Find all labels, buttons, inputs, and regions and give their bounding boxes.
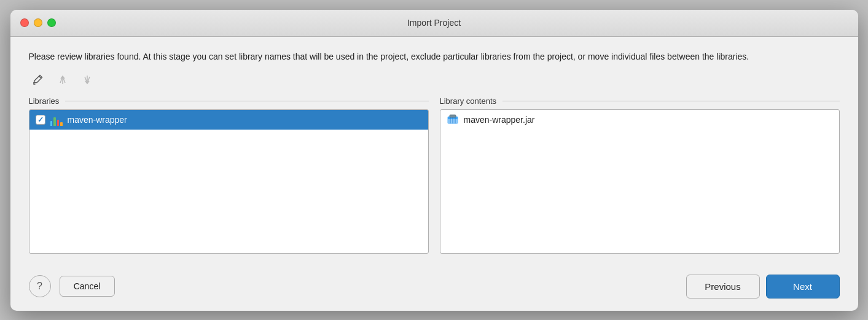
contents-list[interactable]: maven-wrapper.jar	[440, 109, 840, 254]
cancel-button[interactable]: Cancel	[60, 276, 115, 297]
next-button[interactable]: Next	[766, 275, 840, 299]
footer-left: ? Cancel	[29, 275, 115, 297]
move-down-button[interactable]	[78, 72, 96, 88]
dialog-content: Please review libraries found. At this s…	[10, 37, 858, 266]
libraries-list[interactable]: ✓ maven-wrapper	[29, 109, 429, 254]
toolbar	[29, 72, 840, 88]
libraries-panel: Libraries ✓	[29, 96, 429, 254]
title-bar: Import Project	[10, 10, 858, 37]
content-item-jar[interactable]: maven-wrapper.jar	[440, 110, 839, 130]
footer-right: Previous Next	[686, 275, 840, 299]
minimize-button[interactable]	[34, 18, 42, 27]
libraries-label: Libraries	[29, 96, 60, 106]
library-name: maven-wrapper	[68, 115, 127, 125]
jar-file-icon	[447, 114, 459, 126]
libraries-divider	[65, 101, 428, 101]
footer: ? Cancel Previous Next	[10, 266, 858, 311]
move-down-icon	[82, 74, 93, 85]
move-up-button[interactable]	[53, 72, 72, 88]
svg-rect-5	[450, 115, 456, 117]
edit-icon	[33, 74, 44, 85]
library-bar-icon	[50, 114, 63, 126]
library-item-maven-wrapper[interactable]: ✓ maven-wrapper	[29, 110, 428, 130]
library-contents-panel: Library contents	[440, 96, 840, 254]
maximize-button[interactable]	[47, 18, 56, 27]
import-project-dialog: Import Project Please review libraries f…	[10, 10, 858, 311]
traffic-lights	[20, 18, 56, 27]
help-button[interactable]: ?	[29, 275, 51, 297]
checkmark-icon: ✓	[37, 115, 44, 124]
content-file-name: maven-wrapper.jar	[464, 115, 535, 125]
description-text: Please review libraries found. At this s…	[29, 50, 840, 63]
dialog-title: Import Project	[407, 18, 461, 28]
contents-label: Library contents	[440, 96, 497, 106]
previous-button[interactable]: Previous	[686, 275, 760, 299]
library-checkbox[interactable]: ✓	[36, 115, 45, 125]
close-button[interactable]	[20, 18, 29, 27]
move-up-icon	[57, 74, 68, 85]
panels: Libraries ✓	[29, 96, 840, 254]
libraries-label-row: Libraries	[29, 96, 429, 106]
contents-divider	[502, 101, 840, 101]
contents-label-row: Library contents	[440, 96, 840, 106]
edit-button[interactable]	[29, 72, 47, 88]
